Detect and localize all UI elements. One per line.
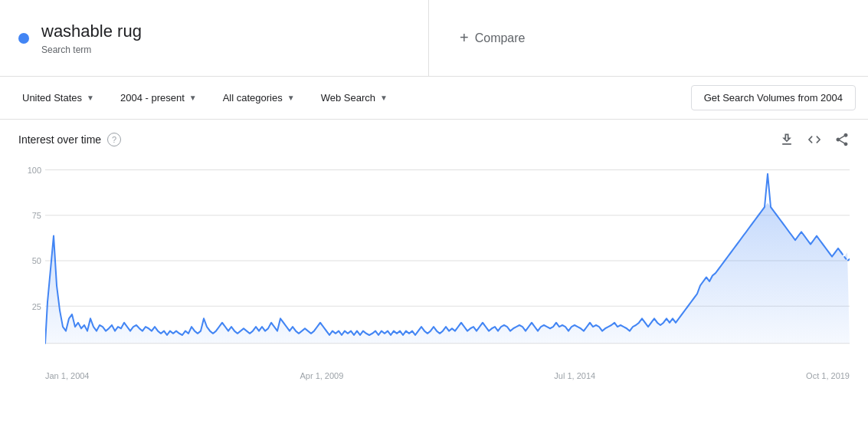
x-label-2019: Oct 1, 2019 (806, 371, 850, 380)
y-label-75: 75 (32, 211, 41, 220)
note-label-1: Note (357, 347, 375, 356)
x-axis-labels: Jan 1, 2004 Apr 1, 2009 Jul 1, 2014 Oct … (18, 368, 850, 380)
time-range-filter[interactable]: 2004 - present ▼ (110, 87, 207, 109)
category-chevron-icon: ▼ (287, 94, 295, 102)
chart-title-group: Interest over time ? (18, 133, 121, 146)
share-icon[interactable] (834, 132, 850, 147)
time-range-chevron-icon: ▼ (189, 94, 197, 102)
search-type-label: Web Search (321, 92, 375, 104)
search-term-section: washable rug Search term (0, 0, 429, 76)
y-label-100: 100 (28, 165, 41, 174)
y-label-50: 50 (32, 256, 41, 265)
x-label-2004: Jan 1, 2004 (45, 371, 90, 380)
embed-icon[interactable] (807, 132, 822, 147)
time-range-label: 2004 - present (120, 92, 185, 104)
note-label-2: Note (596, 347, 614, 356)
term-text: washable rug Search term (41, 21, 142, 55)
x-label-2014: Jul 1, 2014 (554, 371, 595, 380)
category-label: All categories (223, 92, 283, 104)
trend-chart: 100 75 50 25 (18, 153, 850, 368)
search-term-type: Search term (41, 44, 142, 55)
chart-header: Interest over time ? (18, 132, 850, 147)
chart-container: 100 75 50 25 (18, 153, 850, 368)
get-volumes-button[interactable]: Get Search Volumes from 2004 (691, 85, 856, 110)
help-icon[interactable]: ? (107, 133, 121, 146)
compare-button[interactable]: + Compare (460, 29, 526, 47)
chart-actions (779, 132, 850, 147)
term-color-dot (18, 33, 29, 44)
download-icon[interactable] (779, 132, 794, 147)
search-term-name: washable rug (41, 21, 142, 41)
region-label: United States (22, 92, 82, 104)
x-label-2009: Apr 1, 2009 (300, 371, 343, 380)
region-filter[interactable]: United States ▼ (12, 87, 104, 109)
header: washable rug Search term + Compare (0, 0, 868, 77)
search-type-filter[interactable]: Web Search ▼ (311, 87, 398, 109)
category-filter[interactable]: All categories ▼ (213, 87, 305, 109)
chart-section: Interest over time ? (0, 120, 868, 380)
compare-section: + Compare (429, 0, 868, 76)
compare-label: Compare (475, 31, 526, 45)
compare-plus-icon: + (460, 29, 469, 47)
y-label-25: 25 (32, 301, 41, 311)
search-type-chevron-icon: ▼ (380, 94, 388, 102)
filters-bar: United States ▼ 2004 - present ▼ All cat… (0, 77, 868, 120)
get-volumes-label: Get Search Volumes from 2004 (704, 92, 843, 104)
region-chevron-icon: ▼ (87, 94, 94, 102)
chart-title: Interest over time (18, 133, 101, 146)
